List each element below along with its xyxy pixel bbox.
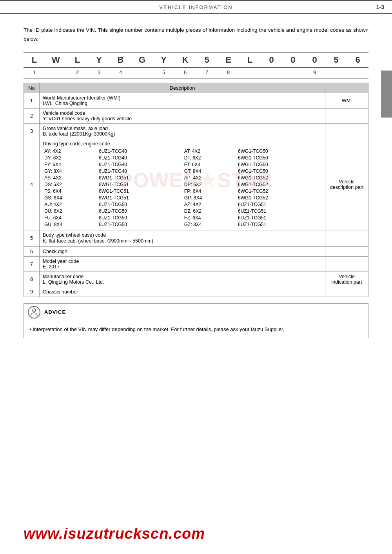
advice-icon <box>28 306 40 319</box>
vin-n14: 9 <box>304 69 325 75</box>
row-desc: World Manufacturer Identifier (WMI) LWL:… <box>40 93 325 108</box>
drive-code: 6UZ1-TCG50 <box>97 215 183 221</box>
drive-code: DT: 6X2 <box>183 155 236 161</box>
drive-code: FS: 6X4 <box>43 188 97 195</box>
vin-l2: W <box>45 55 67 65</box>
vin-n7: 5 <box>153 69 174 75</box>
drive-code: 6UZ1-TCG50 <box>97 201 183 208</box>
vin-n4: 3 <box>88 69 110 75</box>
drive-code: 6UZ1-TCG50 <box>97 208 183 215</box>
col-no: No <box>24 83 40 93</box>
page-header: VEHICLE INFORMATION 1-3 <box>0 0 392 14</box>
table-row: 8 Manufacturer code L: QingLing Motors C… <box>24 272 368 287</box>
drive-code: FZ: 6X4 <box>183 215 236 221</box>
row-title: World Manufacturer Identifier (WMI) <box>43 95 322 101</box>
list-item: AU: 4X2 6UZ1-TCG50 AZ: 4X2 6UZ1-TCG51 <box>43 201 322 208</box>
drive-code: 6WG1-TCG51 <box>97 181 183 188</box>
row-title: Gross vehicle mass, axle load <box>43 126 322 131</box>
col-desc: Description <box>40 83 325 93</box>
list-item: FY: 6X4 6UZ1-TCG40 FT: 6X4 6WG1-TCG50 <box>43 161 322 168</box>
drive-code: 6UZ1-TCG40 <box>97 155 183 161</box>
row-detail: L: QingLing Motors Co., Ltd. <box>43 279 322 285</box>
drive-code: 6WG1-TCG51 <box>97 195 183 201</box>
vin-l4: Y <box>88 55 110 65</box>
list-item: DY: 6X2 6UZ1-TCG40 DT: 6X2 6WG1-TCG50 <box>43 155 322 161</box>
vin-l16: 6 <box>347 55 368 65</box>
drive-code: FY: 6X4 <box>43 161 97 168</box>
table-row: 7 Model year code E: 2017 <box>24 256 368 272</box>
row-title: Body type (wheel base) code <box>43 232 322 238</box>
list-item: GS: 8X4 6WG1-TCG51 GP: 8X4 6WG1-TCG52 <box>43 195 322 201</box>
drive-code: DZ: 6X2 <box>183 208 236 215</box>
side-label: WMI <box>325 93 368 108</box>
vin-l11: L <box>239 55 261 65</box>
drive-code: GZ: 8X4 <box>183 221 236 228</box>
vin-l1: L <box>24 55 45 65</box>
side-label <box>325 287 368 297</box>
row-desc: Gross vehicle mass, axle load B: axle lo… <box>40 123 325 139</box>
row-detail: Y: VC61 series heavy-duty goods vehicle <box>43 116 322 121</box>
row-title: Driving type code, engine code <box>43 141 322 147</box>
row-title: Chassis number <box>43 289 322 295</box>
drive-code: 6UZ1-TCG51 <box>236 215 322 221</box>
header-title: VEHICLE INFORMATION <box>31 4 361 10</box>
vin-l5: B <box>110 55 131 65</box>
row-desc: Vehicle model code Y: VC61 series heavy-… <box>40 108 325 123</box>
main-content: The ID plate indicates the VIN. This sin… <box>0 14 392 346</box>
drive-code: 6WG1-TCG50 <box>236 168 322 175</box>
table-row: 3 Gross vehicle mass, axle load B: axle … <box>24 123 368 139</box>
row-no: 1 <box>24 93 40 108</box>
drive-code: GP: 8X4 <box>183 195 236 201</box>
row-no: 4 <box>24 139 40 230</box>
table-row: 2 Vehicle model code Y: VC61 series heav… <box>24 108 368 123</box>
drive-code: 6UZ1-TCG40 <box>97 168 183 175</box>
row-no: 2 <box>24 108 40 123</box>
list-item: DS: 6X2 6WG1-TCG51 DP: 6X2 6WG1-TCG52 <box>43 181 322 188</box>
drive-code: 6WG1-TCG52 <box>236 175 322 181</box>
row-desc: Body type (wheel base) code K: flat-face… <box>40 230 325 246</box>
table-row: 4 Driving type code, engine code AY: 4X2… <box>24 139 368 230</box>
side-label: Vehicle description part <box>325 139 368 230</box>
row-no: 9 <box>24 287 40 297</box>
row-title: Model year code <box>43 259 322 264</box>
table-row: 9 Chassis number <box>24 287 368 297</box>
list-item: FS: 6X4 6WG1-TCG51 FP: 6X4 6WG1-TCG52 <box>43 188 322 195</box>
row-detail: B: axle load (22001Kg~30000Kg) <box>43 131 322 137</box>
vin-n9: 7 <box>196 69 218 75</box>
row-desc: Chassis number <box>40 287 325 297</box>
drive-code: DY: 6X2 <box>43 155 97 161</box>
drive-code: DP: 6X2 <box>183 181 236 188</box>
drive-code: 6UZ1-TCG51 <box>236 221 322 228</box>
vin-n5: 4 <box>110 69 131 75</box>
table-row: 1 World Manufacturer Identifier (WMI) LW… <box>24 93 368 108</box>
drive-code: GT: 8X4 <box>183 168 236 175</box>
list-item: GY: 8X4 6UZ1-TCG40 GT: 8X4 6WG1-TCG50 <box>43 168 322 175</box>
drive-code: GU: 8X4 <box>43 221 97 228</box>
advice-box: ADVICE • Interpretation of the VIN may d… <box>24 303 368 338</box>
vin-l14: 0 <box>304 55 325 65</box>
vin-n1: 1 <box>24 69 45 75</box>
advice-header: ADVICE <box>24 304 368 321</box>
drive-code: FU: 6X4 <box>43 215 97 221</box>
drive-code: FP: 6X4 <box>183 188 236 195</box>
row-detail: LWL: China Qingling <box>43 101 322 106</box>
row-title: Check digit <box>43 249 322 254</box>
drive-code: 6WG1-TCG51 <box>97 175 183 181</box>
drive-code: GS: 8X4 <box>43 195 97 201</box>
vin-l8: K <box>174 55 196 65</box>
right-tab <box>381 71 392 118</box>
list-item: AS: 4X2 6WG1-TCG51 AP: 4X2 6WG1-TCG52 <box>43 175 322 181</box>
website-footer: www.isuzutruckscn.com <box>24 525 205 542</box>
vin-l7: Y <box>153 55 174 65</box>
drive-code: AS: 4X2 <box>43 175 97 181</box>
svg-point-0 <box>33 309 36 312</box>
list-item: AY: 4X2 6UZ1-TCG40 AT: 4X2 6WG1-TCG50 <box>43 148 322 155</box>
vin-l6: G <box>131 55 153 65</box>
vin-n10: 8 <box>218 69 239 75</box>
row-no: 8 <box>24 272 40 287</box>
drive-code: DS: 6X2 <box>43 181 97 188</box>
vin-l15: 5 <box>325 55 347 65</box>
vin-l12: 0 <box>261 55 282 65</box>
vin-display: L W L Y B G Y K 5 E L 0 0 0 5 6 1 2 3 4 … <box>24 52 368 79</box>
side-label <box>325 230 368 246</box>
